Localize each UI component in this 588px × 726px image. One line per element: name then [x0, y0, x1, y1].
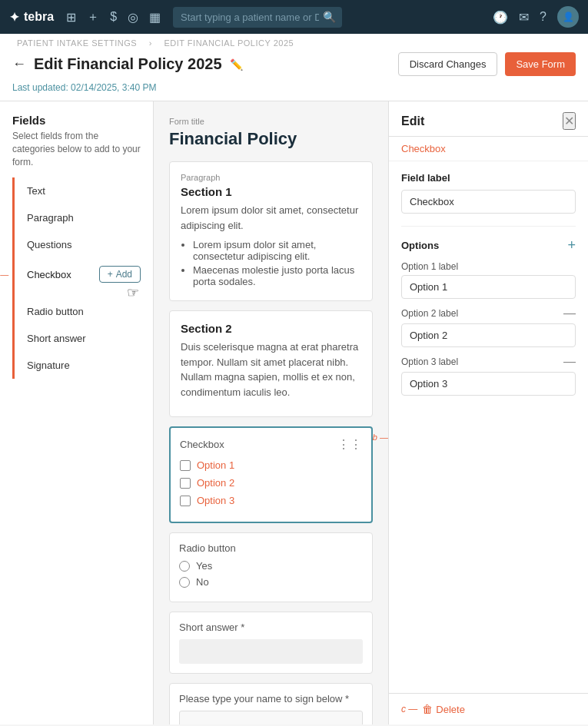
- edit-panel-body: Field label Options + Option 1 label Opt…: [389, 161, 588, 693]
- edit-panel-footer: c — 🗑 Delete: [389, 693, 588, 724]
- signature-box[interactable]: Sign here: [179, 711, 363, 724]
- short-answer-block: Short answer *: [169, 612, 373, 674]
- radio-yes-label: Yes: [196, 560, 212, 572]
- checkbox-option-3[interactable]: Option 3: [180, 495, 362, 506]
- edit-panel-type: Checkbox: [389, 137, 588, 161]
- discard-button[interactable]: Discard Changes: [398, 52, 498, 76]
- sidebar: Fields Select fields from the categories…: [0, 101, 154, 724]
- sidebar-item-text-label: Text: [27, 185, 45, 197]
- option-3-input[interactable]: [401, 372, 576, 396]
- radio-option-no[interactable]: No: [179, 576, 363, 588]
- option-1-input[interactable]: [401, 275, 576, 299]
- add-option-button[interactable]: +: [567, 237, 576, 254]
- sidebar-desc: Select fields from the categories below …: [0, 130, 153, 168]
- sidebar-item-radio-label: Radio button: [27, 306, 84, 317]
- remove-option-3-button[interactable]: —: [563, 355, 576, 369]
- edit-title-icon[interactable]: ✏️: [230, 58, 243, 71]
- sidebar-item-checkbox[interactable]: Checkbox + Add ☞: [15, 258, 153, 290]
- checkbox-box-1[interactable]: [180, 460, 191, 471]
- checkbox-field-block[interactable]: b — Checkbox ⋮⋮ Option 1 Option 2 Option…: [169, 426, 373, 523]
- drag-icon[interactable]: ⋮⋮: [337, 437, 362, 452]
- breadcrumb-parent[interactable]: PATIENT INTAKE SETTINGS: [17, 38, 137, 48]
- checkbox-option-1[interactable]: Option 1: [180, 459, 362, 471]
- last-updated: Last updated: 02/14/2025, 3:40 PM: [12, 82, 576, 98]
- plus-icon[interactable]: ＋: [87, 9, 99, 25]
- delete-label: Delete: [436, 704, 465, 715]
- edit-panel: Edit ✕ Checkbox Field label Options + Op…: [388, 101, 588, 724]
- checkbox-field-label: Checkbox: [180, 439, 224, 450]
- history-icon[interactable]: 🕐: [493, 10, 508, 25]
- sidebar-item-signature-label: Signature: [27, 360, 70, 371]
- sidebar-title: Fields: [0, 114, 153, 127]
- nav-right: 🕐 ✉ ? 👤: [493, 6, 579, 28]
- field-label-input[interactable]: [401, 190, 576, 214]
- dollar-icon[interactable]: $: [110, 10, 117, 24]
- field-label-section: Field label: [401, 172, 576, 184]
- checkbox-field-header: Checkbox ⋮⋮: [180, 437, 362, 452]
- delete-field-button[interactable]: Delete: [436, 704, 465, 715]
- sidebar-section: a — Text Paragraph Questions Checkbox + …: [12, 177, 153, 379]
- location-icon[interactable]: ◎: [128, 10, 138, 25]
- section1-title: Section 1: [181, 185, 361, 198]
- edit-panel-header: Edit ✕: [389, 101, 588, 137]
- chart-icon[interactable]: ▦: [149, 10, 161, 25]
- add-icon: +: [108, 269, 113, 280]
- checkbox-box-3[interactable]: [180, 496, 191, 506]
- sidebar-item-short-answer[interactable]: Short answer: [15, 325, 153, 352]
- short-answer-label: Short answer *: [179, 622, 363, 633]
- sidebar-item-text[interactable]: Text: [15, 177, 153, 204]
- radio-field-block: Radio button Yes No: [169, 532, 373, 602]
- option-3-row: Option 3 label —: [401, 355, 576, 396]
- sidebar-item-short-answer-label: Short answer: [27, 333, 86, 344]
- mail-icon[interactable]: ✉: [519, 10, 529, 25]
- radio-circle-yes[interactable]: [179, 561, 190, 572]
- sidebar-item-signature[interactable]: Signature: [15, 352, 153, 379]
- checkbox-option-2[interactable]: Option 2: [180, 477, 362, 489]
- help-icon[interactable]: ?: [540, 10, 546, 24]
- radio-circle-no[interactable]: [179, 577, 190, 588]
- section1-list: Lorem ipsum dolor sit amet, consectetur …: [193, 239, 361, 287]
- form-title-label: Form title: [169, 117, 373, 126]
- checkbox-option-3-label: Option 3: [197, 495, 234, 506]
- form-title: Financial Policy: [169, 129, 373, 149]
- sidebar-item-questions[interactable]: Questions: [15, 231, 153, 258]
- option-2-input[interactable]: [401, 323, 576, 347]
- add-label: Add: [116, 269, 132, 280]
- search-wrap: 🔍: [173, 7, 342, 28]
- options-header: Options +: [401, 226, 576, 254]
- radio-option-yes[interactable]: Yes: [179, 560, 363, 572]
- sidebar-item-checkbox-label: Checkbox: [27, 269, 71, 280]
- option-1-label: Option 1 label: [401, 261, 576, 272]
- header-actions: Discard Changes Save Form: [398, 52, 576, 76]
- grid-icon[interactable]: ⊞: [66, 10, 76, 25]
- section2-block: Section 2 Duis scelerisque magna at erat…: [169, 310, 373, 417]
- save-button[interactable]: Save Form: [505, 52, 576, 76]
- short-answer-input[interactable]: [179, 639, 363, 664]
- logo-icon: ✦: [9, 10, 19, 25]
- remove-option-2-button[interactable]: —: [563, 307, 576, 320]
- close-edit-panel-button[interactable]: ✕: [563, 112, 576, 130]
- c-annotation: c —: [401, 704, 417, 714]
- delete-trash-icon: 🗑: [422, 703, 433, 715]
- option-2-label: Option 2 label —: [401, 307, 576, 320]
- edit-panel-title: Edit: [401, 114, 424, 128]
- section1-bullet-2: Maecenas molestie justo porta lacus port…: [193, 264, 361, 287]
- checkbox-option-1-label: Option 1: [197, 459, 234, 471]
- sidebar-item-paragraph[interactable]: Paragraph: [15, 204, 153, 231]
- breadcrumb: PATIENT INTAKE SETTINGS › EDIT FINANCIAL…: [12, 38, 576, 48]
- breadcrumb-separator: ›: [149, 38, 155, 48]
- signature-block: Please type your name to sign below * Si…: [169, 683, 373, 724]
- sidebar-item-radio[interactable]: Radio button: [15, 298, 153, 325]
- section1-body: Lorem ipsum dolor sit amet, consectetur …: [181, 203, 361, 233]
- logo: ✦ tebra: [9, 10, 54, 25]
- logo-text: tebra: [24, 10, 54, 24]
- search-input[interactable]: [173, 7, 342, 28]
- checkbox-box-2[interactable]: [180, 478, 191, 489]
- back-button[interactable]: ←: [12, 56, 26, 72]
- page-title-wrap: ← Edit Financial Policy 2025 ✏️: [12, 55, 243, 73]
- avatar[interactable]: 👤: [557, 6, 579, 28]
- option-1-row: Option 1 label: [401, 261, 576, 299]
- nav-icons: ⊞ ＋ $ ◎ ▦: [66, 9, 161, 25]
- add-checkbox-button[interactable]: + Add: [99, 266, 141, 283]
- search-icon: 🔍: [323, 11, 336, 23]
